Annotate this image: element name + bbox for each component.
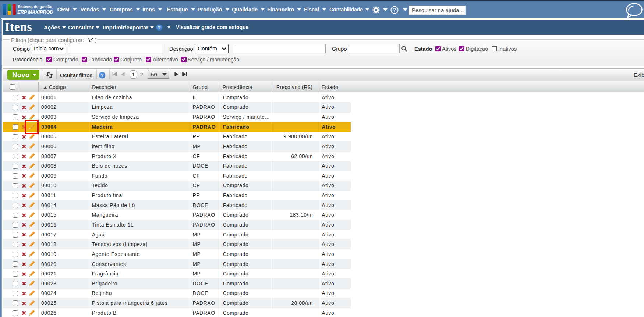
svg-text:?: ? <box>393 7 396 13</box>
svg-text:?: ? <box>101 73 104 78</box>
svg-text:?: ? <box>158 25 160 31</box>
